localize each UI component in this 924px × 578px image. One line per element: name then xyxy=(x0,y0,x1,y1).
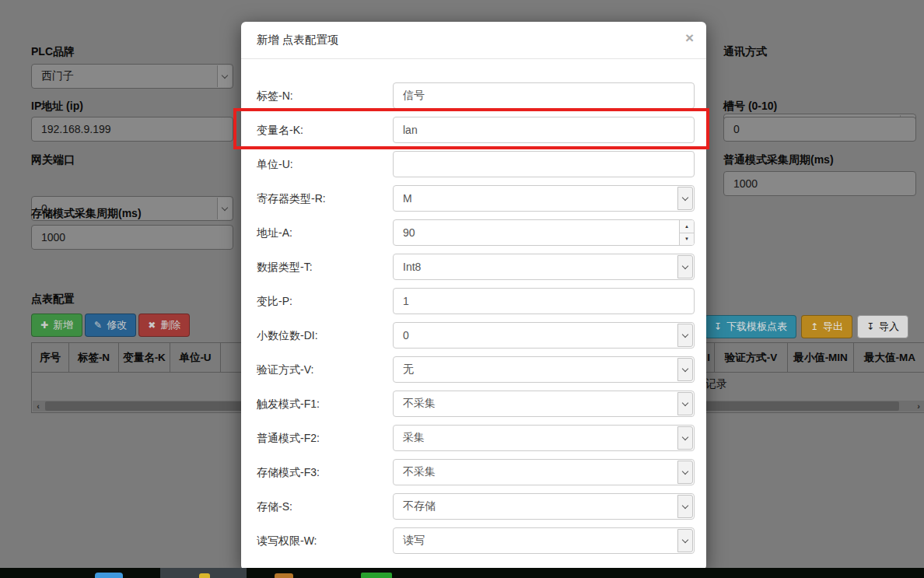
import-button[interactable]: ↧ 导入 xyxy=(857,315,908,338)
caret-up-icon[interactable]: ▲ xyxy=(680,220,694,233)
table-toolbar-left: ✚ 新增 ✎ 修改 ✖ 删除 xyxy=(31,314,190,337)
add-point-config-modal: 新增 点表配置项 × 标签-N: 变量名-K: 单位-U: 寄存器类型-R: M xyxy=(241,22,706,570)
taskbar-app-icon-blue[interactable] xyxy=(95,573,123,578)
modal-title: 新增 点表配置项 xyxy=(257,33,339,47)
ip-label: IP地址 (ip) xyxy=(31,100,83,114)
close-icon[interactable]: × xyxy=(685,30,694,45)
plc-brand-label: PLC品牌 xyxy=(31,45,75,59)
data-type-t-label: 数据类型-T: xyxy=(257,254,393,280)
ip-input[interactable] xyxy=(31,117,233,142)
chevron-down-icon[interactable] xyxy=(677,426,693,450)
unit-u-label: 单位-U: xyxy=(257,151,393,177)
ratio-p-input[interactable] xyxy=(393,288,695,314)
ratio-p-label: 变比-P: xyxy=(257,288,393,314)
export-icon: ↥ xyxy=(810,321,818,332)
no-records-text: 记录 xyxy=(705,377,727,391)
chevron-down-icon[interactable] xyxy=(677,495,693,518)
number-spinner[interactable]: ▲ ▼ xyxy=(679,220,694,245)
normal-mode-f2-select[interactable]: 采集 xyxy=(393,425,695,451)
form-row: 地址-A: ▲ ▼ xyxy=(257,219,695,246)
column-header: 变量名-K xyxy=(119,343,170,373)
unit-u-input[interactable] xyxy=(393,151,695,177)
form-row: 存储-S: 不存储 xyxy=(257,493,695,520)
form-row: 触发模式-F1: 不采集 xyxy=(257,391,695,417)
rw-permission-w-label: 读写权限-W: xyxy=(257,527,393,554)
comm-mode-label: 通讯方式 xyxy=(723,45,767,59)
chevron-down-icon[interactable] xyxy=(217,65,232,87)
data-type-t-select[interactable]: Int8 xyxy=(393,254,695,280)
chevron-down-icon[interactable] xyxy=(677,461,693,484)
chevron-down-icon[interactable] xyxy=(677,255,693,278)
chevron-down-icon[interactable] xyxy=(677,529,693,552)
modal-body: 标签-N: 变量名-K: 单位-U: 寄存器类型-R: M xyxy=(241,59,706,554)
address-a-input[interactable] xyxy=(393,219,695,246)
chevron-down-icon[interactable] xyxy=(677,187,693,210)
register-type-r-label: 寄存器类型-R: xyxy=(257,185,393,212)
variable-name-k-input[interactable] xyxy=(393,117,695,143)
column-header: 标签-N xyxy=(69,343,119,373)
storage-period-label: 存储模式采集周期(ms) xyxy=(31,207,142,221)
taskbar-app-icon-yellow[interactable] xyxy=(199,573,210,578)
chevron-down-icon[interactable] xyxy=(677,358,693,381)
plus-icon: ✚ xyxy=(40,320,48,331)
form-row: 数据类型-T: Int8 xyxy=(257,254,695,280)
column-header: 单位-U xyxy=(170,343,221,373)
form-row: 读写权限-W: 读写 xyxy=(257,527,695,554)
edit-button[interactable]: ✎ 修改 xyxy=(85,314,136,337)
decimal-digits-di-select[interactable]: 0 xyxy=(393,322,695,349)
chevron-down-icon[interactable] xyxy=(677,392,693,415)
validation-v-select[interactable]: 无 xyxy=(393,356,695,383)
plc-brand-value: 西门子 xyxy=(41,69,74,83)
decimal-digits-di-label: 小数位数-DI: xyxy=(257,322,393,349)
trigger-mode-f1-label: 触发模式-F1: xyxy=(257,391,393,417)
storage-s-label: 存储-S: xyxy=(257,493,393,520)
pencil-icon: ✎ xyxy=(94,320,102,331)
form-row-highlighted: 变量名-K: xyxy=(257,117,695,143)
form-row: 寄存器类型-R: M xyxy=(257,185,695,212)
column-header: 最大值-MA xyxy=(854,343,924,373)
chevron-left-icon[interactable]: ‹ xyxy=(33,401,44,412)
gateway-port-label: 网关端口 xyxy=(31,153,75,167)
form-row: 小数位数-DI: 0 xyxy=(257,322,695,349)
form-row: 单位-U: xyxy=(257,151,695,177)
taskbar-app-icon-green[interactable] xyxy=(361,573,392,578)
variable-name-k-label: 变量名-K: xyxy=(257,117,393,143)
add-button[interactable]: ✚ 新增 xyxy=(31,314,82,337)
normal-period-input[interactable] xyxy=(723,171,916,196)
chevron-right-icon[interactable]: › xyxy=(913,401,924,412)
download-icon: ↧ xyxy=(714,321,722,332)
form-row: 普通模式-F2: 采集 xyxy=(257,425,695,451)
form-row: 变比-P: xyxy=(257,288,695,314)
label-n-label: 标签-N: xyxy=(257,82,393,109)
storage-s-select[interactable]: 不存储 xyxy=(393,493,695,520)
address-a-label: 地址-A: xyxy=(257,219,393,246)
modal-header: 新增 点表配置项 × xyxy=(241,22,706,59)
trigger-mode-f1-select[interactable]: 不采集 xyxy=(393,391,695,417)
delete-button[interactable]: ✖ 删除 xyxy=(138,314,190,337)
form-row: 验证方式-V: 无 xyxy=(257,356,695,383)
column-header: 验证方式-V xyxy=(715,343,788,373)
section-title: 点表配置 xyxy=(31,293,75,307)
download-template-button[interactable]: ↧ 下载模板点表 xyxy=(705,315,796,338)
storage-period-input[interactable] xyxy=(31,225,233,250)
rw-permission-w-select[interactable]: 读写 xyxy=(393,527,695,554)
storage-mode-f3-label: 存储模式-F3: xyxy=(257,459,393,485)
plc-brand-select[interactable]: 西门子 xyxy=(31,64,233,89)
x-icon: ✖ xyxy=(148,320,156,331)
slot-input[interactable] xyxy=(723,117,916,142)
form-row: 存储模式-F3: 不采集 xyxy=(257,459,695,485)
storage-mode-f3-select[interactable]: 不采集 xyxy=(393,459,695,485)
slot-label: 槽号 (0-10) xyxy=(723,100,777,114)
normal-period-label: 普通模式采集周期(ms) xyxy=(723,153,834,167)
column-header: 最小值-MIN xyxy=(788,343,854,373)
validation-v-label: 验证方式-V: xyxy=(257,356,393,383)
label-n-input[interactable] xyxy=(393,82,695,109)
chevron-down-icon[interactable] xyxy=(677,324,693,347)
form-row: 标签-N: xyxy=(257,82,695,109)
export-button[interactable]: ↥ 导出 xyxy=(801,315,852,338)
taskbar xyxy=(0,568,924,578)
caret-down-icon[interactable]: ▼ xyxy=(680,233,694,246)
register-type-r-select[interactable]: M xyxy=(393,185,695,212)
taskbar-app-icon-orange[interactable] xyxy=(275,573,293,578)
chevron-down-icon[interactable] xyxy=(217,198,232,219)
